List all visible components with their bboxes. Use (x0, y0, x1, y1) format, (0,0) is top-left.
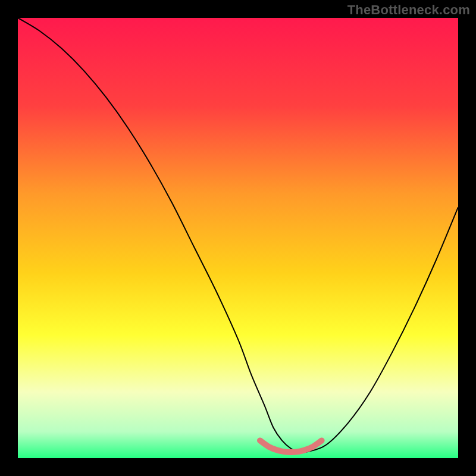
plot-area (18, 18, 458, 458)
chart-frame: TheBottleneck.com (0, 0, 476, 476)
plot-svg (18, 18, 458, 458)
gradient-background (18, 18, 458, 458)
watermark-text: TheBottleneck.com (347, 2, 470, 18)
